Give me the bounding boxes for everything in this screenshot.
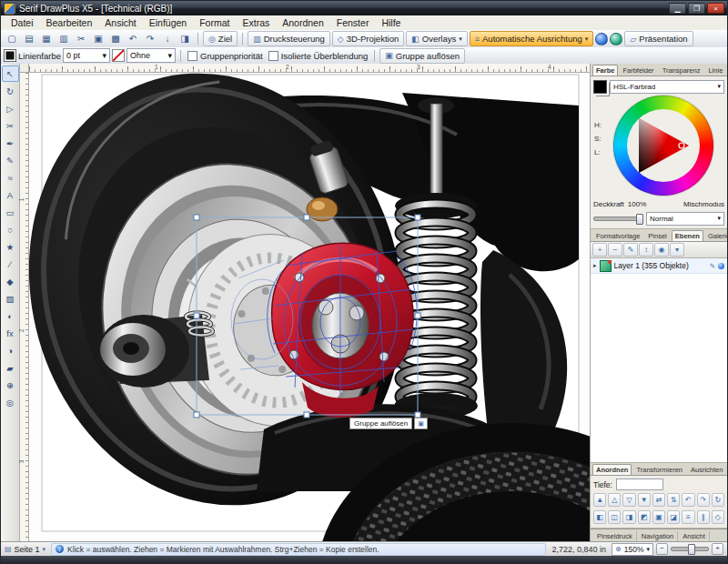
menu-item[interactable]: Fenster [330, 16, 376, 29]
copy-icon[interactable]: ▣ [90, 31, 106, 46]
ellipse-tool-icon[interactable]: ○ [2, 221, 19, 237]
align-right-icon[interactable]: ◨ [622, 510, 635, 524]
show-all-layers-icon[interactable]: ◉ [654, 243, 669, 257]
menu-item[interactable]: Einfügen [143, 16, 193, 29]
gruppe-aufloesen-button[interactable]: ▣ Gruppe auflösen [379, 48, 465, 64]
isolierte-ueberblendung-checkbox[interactable]: Isolierte Überblendung [267, 51, 370, 61]
projektion-3d-button[interactable]: ◇ 3D-Projektion [332, 31, 404, 46]
tab-transformieren[interactable]: Transformieren [632, 464, 686, 475]
node-edit-tool-icon[interactable]: ▷ [2, 100, 19, 116]
depth-field[interactable] [616, 478, 663, 490]
align-bottom-icon[interactable]: ◪ [667, 510, 680, 524]
menu-item[interactable]: Datei [5, 16, 40, 29]
line-width-dropdown[interactable]: 0 pt ▾ [63, 48, 110, 63]
automatische-ausrichtung-button[interactable]: ≡ Automatische Ausrichtung ▾ [470, 31, 594, 46]
drucksteuerung-button[interactable]: ▥ Drucksteuerung [248, 31, 330, 46]
line-style-none-swatch[interactable] [112, 49, 125, 62]
blend-mode-dropdown[interactable]: Normal ▾ [646, 212, 724, 226]
pointer-tool-icon[interactable]: ↖ [2, 65, 19, 82]
gruppenprioritaet-checkbox[interactable]: Gruppenpriorität [186, 51, 265, 61]
bring-to-front-icon[interactable]: ▲ [593, 493, 606, 507]
rotate-left-icon[interactable]: ↶ [682, 493, 694, 507]
tab-galerie[interactable]: Galerie [704, 230, 728, 241]
send-to-back-icon[interactable]: ▼ [638, 493, 651, 507]
layers-menu-icon[interactable]: ▾ [670, 243, 684, 257]
rectangle-tool-icon[interactable]: ▭ [2, 204, 19, 220]
add-layer-icon[interactable]: + [592, 243, 607, 257]
zoom-tool-icon[interactable]: ⊕ [2, 377, 19, 393]
tab-pinsel[interactable]: Pinsel [644, 230, 670, 241]
sl-triangle[interactable] [627, 109, 700, 182]
layer-properties-icon[interactable]: ✎ [623, 243, 638, 257]
tab-farbfelder[interactable]: Farbfelder [619, 65, 657, 76]
tab-linie[interactable]: Linie [704, 65, 726, 76]
title-bar[interactable]: Serif DrawPlus X5 - [Technical (RGB)] ▁ … [1, 1, 727, 15]
opacity-slider-thumb[interactable] [636, 214, 643, 225]
tab-ebenen[interactable]: Ebenen [672, 230, 703, 241]
group-objects-icon[interactable]: ◇ [712, 510, 724, 524]
vertical-ruler[interactable]: 123 [20, 73, 29, 542]
menu-item[interactable]: Bearbeiten [40, 16, 99, 29]
free-rotate-icon[interactable]: ↻ [712, 493, 724, 507]
menu-item[interactable]: Hilfe [375, 16, 407, 29]
ungroup-icon[interactable]: ▣ [414, 418, 428, 429]
menu-item[interactable]: Ansicht [98, 16, 142, 29]
pencil-tool-icon[interactable]: ✎ [2, 152, 19, 168]
active-color-well[interactable] [593, 80, 607, 94]
effects-tool-icon[interactable]: fx [2, 325, 19, 341]
distribute-horizontal-icon[interactable]: ≡ [682, 510, 694, 524]
line-color-swatch[interactable] [4, 49, 16, 62]
eraser-tool-icon[interactable]: ▰ [2, 359, 19, 376]
menu-item[interactable]: Extras [236, 16, 276, 29]
tab-farbe[interactable]: Farbe [592, 65, 618, 76]
distribute-vertical-icon[interactable]: ∥ [697, 510, 710, 524]
insert-picture-icon[interactable]: ◨ [177, 31, 193, 46]
layer-visibility-icon[interactable] [718, 263, 724, 269]
praesentation-button[interactable]: ▱ Präsentation [624, 31, 693, 46]
move-layer-icon[interactable]: ↕ [639, 243, 653, 257]
canvas-area[interactable]: Gruppe auflösen ▣ [29, 73, 590, 542]
gradient-tool-icon[interactable]: ▨ [2, 290, 19, 307]
blend-tool-icon[interactable]: ◑ [2, 342, 19, 358]
pan-tool-icon[interactable]: ◎ [2, 394, 19, 410]
open-document-icon[interactable]: ▤ [21, 31, 37, 46]
new-document-icon[interactable]: ▢ [4, 31, 20, 46]
fill-tool-icon[interactable]: ◆ [2, 273, 19, 289]
line-tool-icon[interactable]: ∕ [2, 256, 19, 272]
text-tool-icon[interactable]: A [2, 186, 19, 203]
save-icon[interactable]: ▦ [38, 31, 55, 46]
import-icon[interactable]: ↓ [159, 31, 176, 46]
align-left-icon[interactable]: ◧ [593, 510, 606, 524]
zoom-slider-thumb[interactable] [688, 544, 695, 555]
align-top-icon[interactable]: ◩ [638, 510, 651, 524]
rotate-right-icon[interactable]: ↷ [697, 493, 710, 507]
opacity-slider[interactable] [593, 217, 642, 221]
redo-icon[interactable]: ↷ [142, 31, 158, 46]
zoom-level-dropdown[interactable]: ⊕ 150% ▾ [612, 543, 653, 556]
tab-formatvorlage[interactable]: Formatvorlage [592, 230, 643, 241]
tab-pinseldruck[interactable]: Pinseldruck [593, 531, 637, 541]
pen-tool-icon[interactable]: ✒ [2, 135, 19, 151]
align-center-icon[interactable]: ◫ [608, 510, 621, 524]
delete-layer-icon[interactable]: − [608, 243, 622, 257]
minimize-button[interactable]: ▁ [669, 3, 686, 14]
knife-tool-icon[interactable]: ✂ [2, 117, 19, 134]
qualitaet-icon[interactable] [610, 33, 622, 45]
layers-list[interactable]: ▸ Layer 1 (355 Objekte) ✎ [591, 258, 727, 463]
horizontal-ruler[interactable]: 1234 [29, 64, 590, 73]
zoom-in-button[interactable]: + [712, 543, 723, 555]
tab-ausrichten[interactable]: Ausrichten [687, 464, 726, 475]
close-button[interactable]: × [707, 3, 724, 14]
hintergrund-icon[interactable] [595, 33, 608, 45]
ruler-origin-box[interactable] [20, 64, 29, 73]
expand-chevron-icon[interactable]: ▸ [593, 262, 597, 269]
undo-icon[interactable]: ↶ [125, 31, 141, 46]
tab-anordnen[interactable]: Anordnen [592, 464, 632, 475]
print-icon[interactable]: ▥ [56, 31, 72, 46]
align-middle-icon[interactable]: ▣ [652, 510, 665, 524]
line-style-dropdown[interactable]: Ohne ▾ [126, 48, 176, 63]
quickshape-tool-icon[interactable]: ★ [2, 238, 19, 255]
taskbar[interactable] [1, 556, 727, 563]
maximize-button[interactable]: ❐ [688, 3, 705, 14]
tab-transparenz[interactable]: Transparenz [659, 65, 704, 76]
